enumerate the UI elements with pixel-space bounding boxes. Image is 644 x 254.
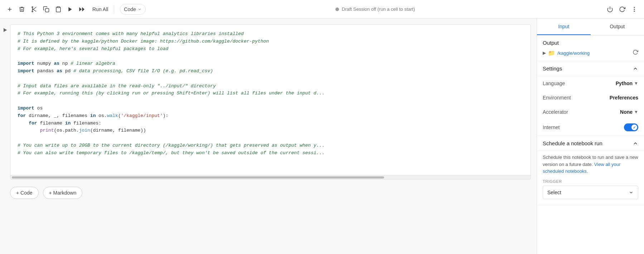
output-section-title: Output [543,40,638,46]
code-line [18,53,523,60]
code-line: for dirname, _, filenames in os.walk('/k… [18,112,523,120]
notebook-area[interactable]: # This Python 3 environment comes with m… [0,19,537,254]
language-chevron-icon: ▼ [634,81,638,86]
language-dropdown[interactable]: Python ▼ [616,80,638,86]
code-line: # You can write up to 20GB to the curren… [18,142,523,150]
svg-point-2 [32,11,33,12]
more-options-button[interactable] [629,4,640,15]
language-label: Language [543,80,565,86]
add-cell-button[interactable] [4,4,15,15]
settings-collapse-icon [633,66,638,72]
trigger-label: TRIGGER [543,179,638,184]
internet-toggle[interactable]: ✓ [624,123,638,131]
cell-body: # This Python 3 environment comes with m… [10,24,531,180]
code-line: # Input data files are available in the … [18,83,523,90]
environment-setting-row: Environment Preferences [537,91,644,105]
schedule-section: Schedule a notebook run Schedule this no… [537,136,644,205]
divider [114,5,114,14]
cell-run-button[interactable] [0,24,10,33]
code-line: # It is defined by the kaggle/python Doc… [18,38,523,45]
environment-label: Environment [543,95,571,101]
code-cell: # This Python 3 environment comes with m… [0,24,537,180]
draft-session-status: Draft Session off (run a cell to start) [335,6,415,12]
add-code-button[interactable]: + Code [10,187,39,199]
folder-icon: 📁 [548,50,555,57]
svg-point-15 [634,10,635,11]
output-section: Output ▶ 📁 /kaggle/working [537,35,644,61]
svg-marker-11 [82,7,84,11]
code-line [18,135,523,142]
output-folder-row: ▶ 📁 /kaggle/working [543,49,638,57]
cut-button[interactable] [29,4,39,15]
accelerator-chevron-icon: ▼ [634,109,638,114]
internet-label: Internet [543,124,560,130]
add-markdown-button[interactable]: + Markdown [43,187,83,199]
svg-point-3 [32,6,33,8]
svg-point-13 [634,7,635,8]
cell-scrollbar-thumb [12,176,384,179]
svg-point-14 [634,9,635,10]
environment-dropdown[interactable]: Preferences [610,95,638,101]
right-panel-tabs: Input Output [537,19,644,35]
code-line: # You can also write temporary files to … [18,150,523,157]
toggle-thumb: ✓ [631,124,637,130]
accelerator-label: Accelerator [543,109,568,115]
cell-type-dropdown[interactable]: Code [120,4,145,15]
code-line: # For example, running this (by clicking… [18,90,523,97]
svg-marker-10 [79,7,82,11]
language-setting-row: Language Python ▼ [537,76,644,91]
svg-rect-8 [57,6,59,8]
schedule-header[interactable]: Schedule a notebook run [537,136,644,151]
code-line: # This Python 3 environment comes with m… [18,30,523,38]
trigger-select[interactable]: Select [543,186,638,199]
trigger-chevron-icon [629,190,634,195]
paste-button[interactable] [53,4,64,15]
code-line [18,75,523,83]
svg-marker-9 [68,7,72,11]
svg-marker-16 [4,28,7,32]
refresh-button[interactable] [617,4,628,15]
cell-scrollbar[interactable] [10,175,531,179]
code-editor[interactable]: # This Python 3 environment comes with m… [10,25,531,175]
draft-status-dot [335,8,339,11]
accelerator-dropdown[interactable]: None ▼ [620,109,638,115]
tab-output[interactable]: Output [591,19,644,35]
copy-button[interactable] [41,4,52,15]
run-cell-button[interactable] [65,4,75,14]
settings-header[interactable]: Settings [537,61,644,76]
code-line: import pandas as pd # data processing, C… [18,68,523,75]
trigger-section: TRIGGER Select [537,179,644,205]
toolbar: Run All Code Draft Session off (run a ce… [0,0,644,19]
power-button[interactable] [605,4,615,15]
dropdown-chevron-icon [137,7,142,11]
code-line [18,97,523,105]
code-line: import numpy as np # linear algebra [18,60,523,68]
tab-input[interactable]: Input [537,19,591,35]
folder-path[interactable]: /kaggle/working [557,50,590,56]
chevron-right-icon: ▶ [543,50,546,55]
code-line: import os [18,105,523,112]
run-all-cells-button[interactable] [77,4,88,14]
toggle-track: ✓ [624,123,638,131]
delete-cell-button[interactable] [16,4,27,15]
accelerator-setting-row: Accelerator None ▼ [537,105,644,119]
toggle-check-icon: ✓ [633,126,636,130]
right-panel: Input Output Output ▶ 📁 /kaggle/working [537,19,644,254]
output-refresh-button[interactable] [633,49,638,57]
code-line: for filename in filenames: [18,120,523,127]
svg-rect-7 [45,8,49,12]
settings-section: Settings Language Python ▼ Environment P… [537,61,644,136]
main-content: # This Python 3 environment comes with m… [0,19,644,254]
run-all-label-button[interactable]: Run All [89,4,111,14]
add-buttons-row: + Code + Markdown [0,182,537,203]
code-line: # For example, here's several helpful pa… [18,45,523,53]
code-line: print(os.path.join(dirname, filename)) [18,127,523,135]
schedule-description: Schedule this notebook to run and save a… [537,151,644,179]
schedule-collapse-icon [633,141,638,146]
internet-setting-row: Internet ✓ [537,119,644,136]
